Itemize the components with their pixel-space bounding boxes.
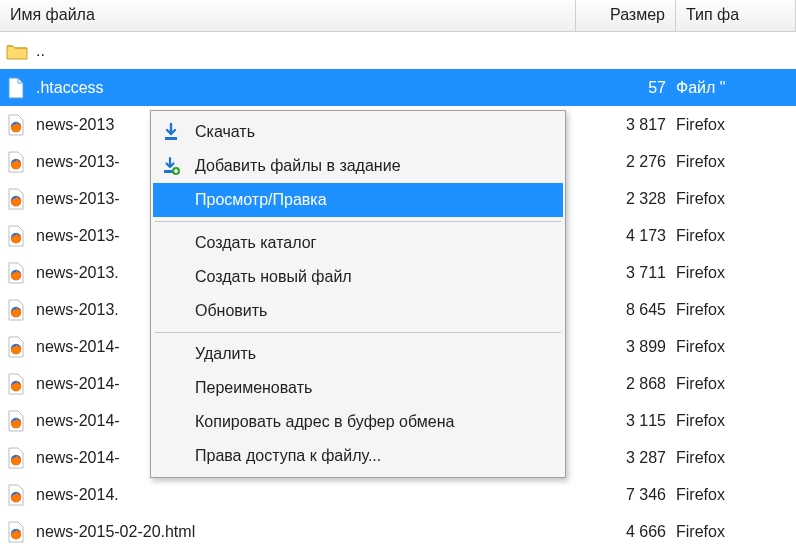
menu-separator — [155, 332, 561, 333]
file-size: 3 817 — [576, 116, 676, 134]
menu-item-refresh[interactable]: Обновить — [153, 294, 563, 328]
download-icon — [161, 121, 189, 143]
file-size: 2 868 — [576, 375, 676, 393]
file-size: 3 899 — [576, 338, 676, 356]
menu-item-add-to-task[interactable]: Добавить файлы в задание — [153, 149, 563, 183]
menu-item-create-dir[interactable]: Создать каталог — [153, 226, 563, 260]
blank-icon — [161, 343, 189, 365]
blank-icon — [161, 411, 189, 433]
blank-icon — [161, 189, 189, 211]
menu-item-delete[interactable]: Удалить — [153, 337, 563, 371]
menu-label: Просмотр/Правка — [195, 191, 553, 209]
blank-icon — [161, 445, 189, 467]
file-size: 8 645 — [576, 301, 676, 319]
firefox-file-icon — [6, 521, 28, 543]
firefox-file-icon — [6, 410, 28, 432]
file-size: 4 173 — [576, 227, 676, 245]
column-header-type[interactable]: Тип фа — [676, 0, 796, 31]
file-type: Firefox — [676, 486, 790, 504]
file-name: news-2015-02-20.html — [36, 523, 576, 541]
menu-label: Права доступа к файлу... — [195, 447, 553, 465]
file-size: 4 666 — [576, 523, 676, 541]
firefox-file-icon — [6, 188, 28, 210]
download-add-icon — [161, 155, 189, 177]
menu-label: Переименовать — [195, 379, 553, 397]
file-type: Firefox — [676, 375, 790, 393]
firefox-file-icon — [6, 336, 28, 358]
blank-icon — [161, 232, 189, 254]
firefox-file-icon — [6, 114, 28, 136]
firefox-file-icon — [6, 262, 28, 284]
menu-item-copy-address[interactable]: Копировать адрес в буфер обмена — [153, 405, 563, 439]
file-size: 3 287 — [576, 449, 676, 467]
menu-item-rename[interactable]: Переименовать — [153, 371, 563, 405]
file-type: Firefox — [676, 338, 790, 356]
firefox-file-icon — [6, 299, 28, 321]
file-row-selected[interactable]: .htaccess 57 Файл " — [0, 69, 796, 106]
menu-item-download[interactable]: Скачать — [153, 115, 563, 149]
column-header-size[interactable]: Размер — [576, 0, 676, 31]
file-type: Файл " — [676, 79, 790, 97]
firefox-file-icon — [6, 151, 28, 173]
file-row[interactable]: news-2014.7 346Firefox — [0, 476, 796, 513]
menu-label: Обновить — [195, 302, 553, 320]
menu-separator — [155, 221, 561, 222]
menu-label: Создать новый файл — [195, 268, 553, 286]
file-name: .htaccess — [36, 79, 576, 97]
menu-label: Добавить файлы в задание — [195, 157, 553, 175]
svg-rect-13 — [165, 137, 177, 140]
file-type: Firefox — [676, 227, 790, 245]
file-type: Firefox — [676, 116, 790, 134]
menu-label: Скачать — [195, 123, 553, 141]
file-name: .. — [36, 42, 576, 60]
firefox-file-icon — [6, 373, 28, 395]
folder-up-icon — [6, 40, 28, 62]
menu-item-view-edit[interactable]: Просмотр/Правка — [153, 183, 563, 217]
file-size: 3 711 — [576, 264, 676, 282]
file-type: Firefox — [676, 412, 790, 430]
menu-label: Удалить — [195, 345, 553, 363]
firefox-file-icon — [6, 447, 28, 469]
firefox-file-icon — [6, 225, 28, 247]
file-type: Firefox — [676, 264, 790, 282]
column-header-name[interactable]: Имя файла — [0, 0, 576, 31]
menu-label: Создать каталог — [195, 234, 553, 252]
blank-icon — [161, 300, 189, 322]
menu-label: Копировать адрес в буфер обмена — [195, 413, 553, 431]
file-size: 2 276 — [576, 153, 676, 171]
file-size: 7 346 — [576, 486, 676, 504]
firefox-file-icon — [6, 484, 28, 506]
file-size: 3 115 — [576, 412, 676, 430]
file-size: 57 — [576, 79, 676, 97]
menu-item-permissions[interactable]: Права доступа к файлу... — [153, 439, 563, 473]
file-name: news-2014. — [36, 486, 576, 504]
file-type: Firefox — [676, 523, 790, 541]
file-type: Firefox — [676, 449, 790, 467]
blank-icon — [161, 266, 189, 288]
file-icon — [6, 77, 28, 99]
column-header: Имя файла Размер Тип фа — [0, 0, 796, 32]
file-size: 2 328 — [576, 190, 676, 208]
file-row[interactable]: news-2015-02-20.html4 666Firefox — [0, 513, 796, 546]
file-type: Firefox — [676, 190, 790, 208]
menu-item-create-file[interactable]: Создать новый файл — [153, 260, 563, 294]
file-type: Firefox — [676, 301, 790, 319]
file-type: Firefox — [676, 153, 790, 171]
parent-dir-row[interactable]: .. — [0, 32, 796, 69]
context-menu: Скачать Добавить файлы в задание Просмот… — [150, 110, 566, 478]
blank-icon — [161, 377, 189, 399]
